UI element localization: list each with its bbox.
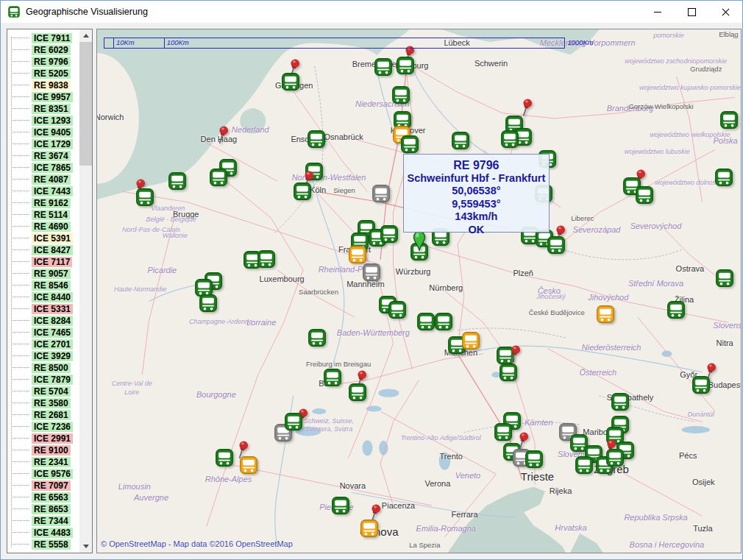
train-marker-ontime[interactable] [494, 422, 513, 442]
train-marker-delayed[interactable] [360, 519, 379, 538]
train-list-item-label: RE 5704 [32, 386, 71, 397]
train-marker-inactive[interactable] [372, 184, 391, 203]
minimize-button[interactable] [641, 1, 675, 23]
train-marker-ontime[interactable] [323, 368, 342, 387]
train-list-item-label: RE 9100 [32, 445, 71, 456]
train-list-item-label: RE 2681 [32, 410, 71, 420]
train-list-item-label: RE 8546 [32, 280, 71, 291]
train-marker-ontime[interactable] [307, 130, 326, 149]
train-list-item-label: ICE 9405 [32, 127, 73, 138]
train-list-item-label: ICE 1293 [32, 116, 73, 126]
train-marker-ontime[interactable] [293, 182, 312, 201]
train-marker-delayed[interactable] [596, 305, 615, 324]
train-marker-ontime[interactable] [374, 57, 393, 77]
window-title: Geographische Visualisierung [26, 7, 148, 17]
train-list-item-label: ICE 8440 [32, 292, 73, 302]
train-list-item-label: ICE 7879 [32, 375, 73, 385]
train-list-panel: ICE 7911RE 6029RE 9796RE 5205RE 9838ICE … [7, 29, 93, 553]
app-train-icon [7, 5, 21, 18]
train-marker-ontime[interactable] [714, 168, 733, 187]
train-list-item-label: ICE 8427 [32, 245, 73, 255]
train-marker-inactive[interactable] [362, 263, 381, 282]
train-marker-ontime[interactable] [135, 188, 154, 207]
scrollbar-thumb[interactable] [79, 42, 92, 166]
train-marker-ontime[interactable] [547, 235, 566, 255]
train-list-item-label: RE 4087 [32, 174, 71, 185]
train-info-tooltip: RE 9796 Schweinfurt Hbf - Frankfurt 50,0… [403, 154, 550, 233]
train-marker-ontime[interactable] [611, 392, 630, 411]
maximize-icon [688, 8, 696, 16]
train-marker-ontime[interactable] [666, 300, 686, 319]
train-list-item-label: RE 7344 [32, 516, 71, 526]
train-marker-ontime[interactable] [307, 328, 327, 347]
train-marker-ontime[interactable] [391, 85, 410, 104]
train-list-item-label: RE 8653 [32, 504, 71, 514]
train-list-scrollbar[interactable] [79, 29, 92, 553]
map-viewport[interactable]: NorwichDen HaagNederlandGroningenBremerh… [96, 29, 742, 553]
train-marker-ontime[interactable] [525, 450, 544, 469]
train-marker-delayed[interactable] [348, 245, 367, 264]
train-list-item-label: ICE 2701 [32, 339, 73, 350]
train-marker-delayed[interactable] [239, 456, 258, 475]
train-list-item-label: RE 8351 [32, 104, 71, 114]
train-marker-ontime[interactable] [284, 412, 303, 431]
train-marker-ontime[interactable] [434, 312, 453, 331]
train-list-item-label: ICE 2991 [32, 433, 73, 444]
train-marker-delayed[interactable] [461, 331, 480, 350]
train-marker-ontime[interactable] [451, 131, 470, 150]
train-list-item-label: RE 2341 [32, 457, 71, 467]
train-list-item-label: ICE 7117 [32, 257, 72, 267]
train-list-item-label: RE 6029 [32, 45, 71, 55]
train-marker-ontime[interactable] [257, 249, 276, 269]
train-marker-ontime[interactable] [168, 171, 187, 191]
train-marker-ontime[interactable] [400, 135, 419, 154]
scroll-down-button[interactable] [79, 540, 92, 553]
close-button[interactable] [708, 1, 742, 23]
train-list-item-label: ICE 4483 [32, 528, 73, 538]
station-pin[interactable] [506, 345, 524, 364]
station-pin[interactable] [514, 432, 532, 451]
tooltip-speed: 143km/h [404, 210, 550, 224]
tooltip-route: Schweinfurt Hbf - Frankfurt [404, 172, 550, 185]
train-list-item-label: RE 3674 [32, 151, 71, 161]
title-bar[interactable]: Geographische Visualisierung [1, 1, 742, 23]
map-roads-layer [97, 29, 741, 553]
map-attribution: © OpenStreetMap - Map data ©2016 OpenStr… [101, 539, 293, 548]
train-marker-ontime[interactable] [692, 375, 711, 394]
train-marker-ontime[interactable] [605, 448, 625, 467]
scale-label-100km: 100Km [167, 38, 189, 47]
chevron-up-icon [83, 34, 89, 38]
train-marker-ontime[interactable] [281, 72, 300, 91]
train-marker-ontime[interactable] [348, 383, 367, 402]
train-marker-ontime[interactable] [719, 110, 739, 130]
train-list-item-label: RE 6563 [32, 492, 71, 503]
scale-segment [104, 38, 114, 48]
train-list-item-label: RE 4690 [32, 221, 71, 232]
train-list-item-label: RE 9796 [32, 57, 71, 67]
close-icon [722, 8, 730, 16]
train-marker-ontime[interactable] [380, 224, 399, 244]
train-marker-ontime[interactable] [209, 168, 228, 187]
scale-label-1000km: 1000Km [567, 38, 593, 47]
tooltip-longitude: 9,559453° [404, 198, 550, 211]
train-marker-ontime[interactable] [575, 456, 594, 475]
train-marker-ontime[interactable] [635, 185, 654, 205]
train-list-item-label: ICE 5391 [32, 233, 73, 244]
train-list-item-label: ICE 9957 [32, 92, 73, 102]
train-marker-ontime[interactable] [396, 56, 415, 75]
train-marker-ontime[interactable] [416, 312, 436, 331]
train-marker-ontime[interactable] [199, 294, 218, 313]
scroll-up-button[interactable] [79, 29, 92, 42]
train-marker-ontime[interactable] [215, 448, 234, 467]
station-pin[interactable] [214, 126, 232, 145]
window-body: ICE 7911RE 6029RE 9796RE 5205RE 9838ICE … [1, 23, 742, 559]
train-marker-ontime[interactable] [331, 496, 350, 515]
train-marker-ontime[interactable] [715, 269, 734, 288]
train-list-item-label: ICE 7443 [32, 186, 73, 196]
train-list-item-label: RE 8500 [32, 363, 71, 373]
train-marker-ontime[interactable] [388, 300, 407, 319]
map-scale-bar: 10Km 100Km 1000Km [104, 38, 566, 49]
train-marker-ontime[interactable] [500, 130, 519, 149]
train-marker-ontime[interactable] [499, 363, 518, 382]
maximize-button[interactable] [675, 1, 708, 23]
